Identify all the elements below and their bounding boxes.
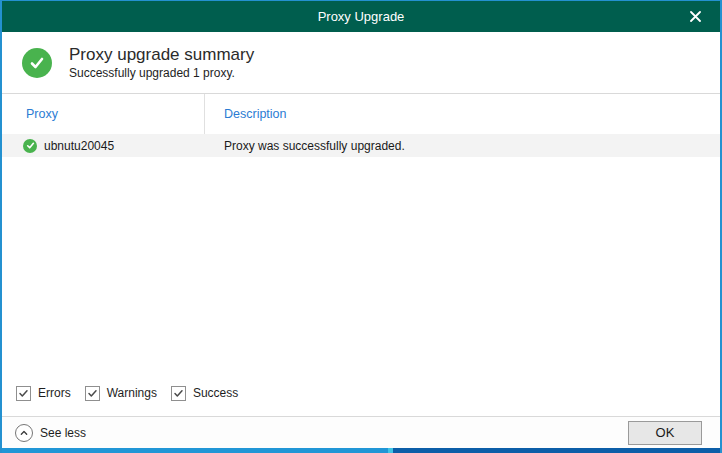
column-header-description[interactable]: Description <box>205 107 720 121</box>
checkbox-check-icon <box>173 388 184 399</box>
row-description-cell: Proxy was successfully upgraded. <box>205 139 720 153</box>
see-less-toggle[interactable]: See less <box>15 424 86 442</box>
checkbox-check-icon <box>18 388 29 399</box>
success-check-icon <box>22 48 52 78</box>
checkbox-check-icon <box>87 388 98 399</box>
filter-success[interactable]: Success <box>171 386 238 401</box>
summary-title: Proxy upgrade summary <box>69 44 254 65</box>
footer-bar: See less OK <box>2 416 720 448</box>
chevron-up-icon <box>15 424 33 442</box>
close-x-glyph <box>690 11 701 22</box>
dialog-content: Proxy upgrade summary Successfully upgra… <box>2 32 720 416</box>
proxy-upgrade-dialog: Proxy Upgrade Proxy upgrade summary Succ… <box>0 0 722 453</box>
filter-success-label: Success <box>193 386 238 400</box>
check-glyph-small <box>26 141 35 150</box>
see-less-label: See less <box>40 426 86 440</box>
filter-warnings[interactable]: Warnings <box>85 386 157 401</box>
success-checkbox[interactable] <box>171 386 186 401</box>
filter-errors-label: Errors <box>38 386 71 400</box>
window-title: Proxy Upgrade <box>318 9 405 24</box>
filter-errors[interactable]: Errors <box>16 386 71 401</box>
row-description-text: Proxy was successfully upgraded. <box>224 139 405 153</box>
table-row[interactable]: ubnutu20045 Proxy was successfully upgra… <box>2 134 720 157</box>
ok-button[interactable]: OK <box>628 421 702 445</box>
strip-light-segment <box>2 448 388 453</box>
row-proxy-name: ubnutu20045 <box>44 139 114 153</box>
filter-row: Errors Warnings Success <box>2 379 720 407</box>
check-glyph <box>28 54 46 72</box>
title-bar: Proxy Upgrade <box>2 1 720 32</box>
strip-dark-segment <box>393 448 720 453</box>
row-proxy-cell: ubnutu20045 <box>2 134 205 157</box>
empty-table-area <box>2 157 720 379</box>
row-success-check-icon <box>23 139 37 153</box>
summary-subtitle: Successfully upgraded 1 proxy. <box>69 65 254 81</box>
column-header-proxy[interactable]: Proxy <box>2 94 205 134</box>
errors-checkbox[interactable] <box>16 386 31 401</box>
bottom-edge-strip <box>2 448 720 453</box>
chevron-glyph <box>19 428 29 438</box>
table-header: Proxy Description <box>2 94 720 134</box>
summary-text-block: Proxy upgrade summary Successfully upgra… <box>69 44 254 81</box>
summary-header: Proxy upgrade summary Successfully upgra… <box>2 32 720 93</box>
close-icon[interactable] <box>680 1 710 32</box>
warnings-checkbox[interactable] <box>85 386 100 401</box>
filter-warnings-label: Warnings <box>107 386 157 400</box>
